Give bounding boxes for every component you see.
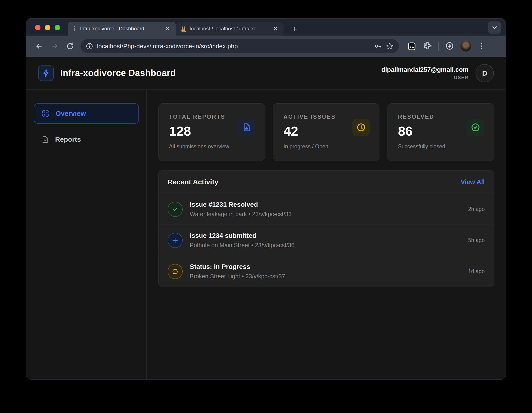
activity-subtitle: Pothole on Main Street • 23/v/kpc-cst/36 [190,242,294,249]
reload-button[interactable] [64,39,77,53]
stat-description: In progress / Open [284,144,369,150]
site-info-icon[interactable] [86,42,93,50]
bookmark-star-icon[interactable] [386,42,394,50]
activity-title: Status: In Progress [190,263,285,270]
check-circle-icon [471,123,480,132]
stat-description: All submissions overview [169,144,254,150]
i-favicon: i [72,25,77,32]
user-role-badge: USER [454,75,468,80]
maximize-window-button[interactable] [55,25,60,30]
activity-subtitle: Broken Street Light • 23/v/kpc-cst/37 [190,273,285,280]
activity-time: 1d ago [468,268,485,275]
refresh-icon [168,264,183,279]
sidebar-item-reports[interactable]: Reports [34,129,139,150]
back-button[interactable] [32,39,46,53]
page-title: Infra-xodivorce Dashboard [60,68,176,78]
clock-icon [356,123,366,132]
user-email: dipalimandal257@gmail.com [381,66,468,74]
tab-dashboard[interactable]: i Infra-xodivorce - Dashboard ✕ [68,22,176,36]
url-text[interactable]: localhost/Php-devs/infra-xodivorce-in/sr… [97,43,370,50]
stat-card-resolved: RESOLVED 86 Successfully closed [388,103,494,161]
stat-card-active-issues: ACTIVE ISSUES 42 In progress / Open [273,103,379,161]
main-content: TOTAL REPORTS 128 All submissions overvi… [147,90,506,379]
activity-title: Issue 1234 submitted [190,232,294,240]
grid-icon [41,109,49,117]
toolbar-separator [438,42,439,51]
app-header: Infra-xodivorce Dashboard dipalimandal25… [26,57,506,90]
forward-button[interactable] [48,39,61,53]
check-icon [168,202,183,217]
document-chart-icon [242,123,251,132]
window-controls [35,25,60,30]
minimize-window-button[interactable] [45,25,50,30]
browser-menu-icon[interactable] [477,42,486,50]
activity-time: 2h ago [468,206,485,212]
plus-icon [168,233,183,248]
activity-title: Issue #1231 Resolved [190,201,292,208]
sidebar-item-overview[interactable]: Overview [34,103,139,124]
extensions-puzzle-icon[interactable] [423,41,432,51]
energy-saver-extension-icon[interactable] [445,41,454,51]
activity-row-submitted[interactable]: Issue 1234 submitted Pothole on Main Str… [159,225,494,256]
browser-profile-avatar[interactable] [460,41,471,52]
address-bar[interactable]: localhost/Php-devs/infra-xodivorce-in/sr… [80,39,399,53]
lightning-bolt-icon [42,69,50,77]
tab-phpmyadmin[interactable]: PMA localhost / localhost / infra-xo ✕ [176,22,284,36]
toolbar-extensions [407,41,486,52]
report-file-icon [41,135,49,144]
stat-icon-box [352,119,370,136]
tab-title: localhost / localhost / infra-xo [190,26,269,32]
web-page: Infra-xodivorce Dashboard dipalimandal25… [26,57,506,379]
activity-subtitle: Water leakage in park • 23/v/kpc-cst/33 [190,211,292,218]
stat-card-total-reports: TOTAL REPORTS 128 All submissions overvi… [158,103,265,161]
close-tab-icon[interactable]: ✕ [164,25,171,32]
stat-description: Successfully closed [398,144,483,150]
sidebar: Overview Reports [26,90,147,379]
tab-separator [287,25,287,33]
recent-activity-panel: Recent Activity View All Issue #1231 Res… [158,170,494,287]
stat-icon-box [467,119,484,136]
close-window-button[interactable] [35,25,40,30]
view-all-link[interactable]: View All [461,179,485,186]
activity-row-resolved[interactable]: Issue #1231 Resolved Water leakage in pa… [159,194,494,225]
activity-time: 5h ago [468,237,485,243]
sidebar-item-label: Reports [55,136,81,144]
close-tab-icon[interactable]: ✕ [272,25,279,32]
browser-window: i Infra-xodivorce - Dashboard ✕ PMA loca… [26,19,506,379]
new-tab-button[interactable]: + [290,24,300,34]
user-avatar[interactable]: D [475,64,494,82]
sidebar-item-label: Overview [56,110,86,117]
app-logo [38,66,54,81]
chevron-down-icon [492,25,498,31]
tab-search-button[interactable] [488,21,501,34]
activity-row-in-progress[interactable]: Status: In Progress Broken Street Light … [159,256,494,287]
password-key-icon[interactable] [374,42,382,50]
svg-text:PMA: PMA [181,30,186,32]
recent-activity-title: Recent Activity [168,178,218,186]
tab-strip: i Infra-xodivorce - Dashboard ✕ PMA loca… [26,19,506,36]
browser-toolbar: localhost/Php-devs/infra-xodivorce-in/sr… [26,36,506,57]
phpmyadmin-favicon: PMA [180,25,187,32]
stat-icon-box [238,119,255,136]
tab-title: Infra-xodivorce - Dashboard [80,26,161,32]
password-manager-extension-icon[interactable] [407,41,417,51]
stats-row: TOTAL REPORTS 128 All submissions overvi… [158,103,494,161]
